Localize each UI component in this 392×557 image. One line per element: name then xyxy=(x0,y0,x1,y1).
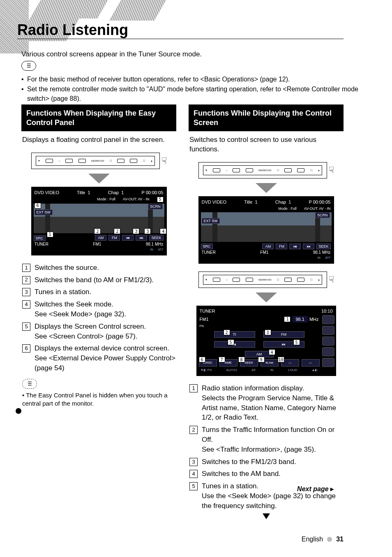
item-number: 2 xyxy=(22,276,30,284)
tuner-control-screenshot: TUNER 10:10 FM1 1 98.1 MHz PS xyxy=(196,306,336,376)
brand-label: KENWOOD xyxy=(258,278,272,281)
band-label: FM1 xyxy=(200,316,209,323)
prev-button[interactable]: ⏮ xyxy=(122,235,134,241)
footer-dot-icon xyxy=(327,537,332,542)
src-button[interactable]: SRC xyxy=(201,244,213,249)
item-number: 5 xyxy=(22,323,30,331)
item-number: 1 xyxy=(189,384,198,392)
band-label: FM1 xyxy=(93,241,101,247)
touch-icon: ☟ xyxy=(329,164,334,176)
control-screenshot-1: DVD VIDEO Title 1 Chap 1 P 00:00:05 Mode… xyxy=(198,196,334,264)
brand-label: KENWOOD xyxy=(91,159,104,162)
callout-1: 1 xyxy=(47,232,53,237)
continue-arrow-icon xyxy=(263,513,270,519)
callout-10: 10 xyxy=(278,357,284,362)
item-number: 5 xyxy=(189,482,198,490)
fm-button[interactable]: FM xyxy=(276,244,287,249)
seek-button[interactable]: SEEK xyxy=(316,244,330,249)
dvd-label: DVD VIDEO xyxy=(35,190,60,196)
extsw-button[interactable]: EXT SW xyxy=(35,209,53,215)
faceplate-illustration: ▼○ KENWOOD ☐☐▲ ☟ xyxy=(198,270,334,289)
soft-blank[interactable]: — xyxy=(302,359,320,367)
seek-button[interactable]: SEEK xyxy=(149,235,163,241)
callout-8: 8 xyxy=(238,357,245,362)
prev-button[interactable]: ⏮ xyxy=(289,244,301,249)
item-text: Switches the Seek mode. See <Seek Mode> … xyxy=(35,299,175,319)
item-text: Switches the band (to AM or FM1/2/3). xyxy=(35,275,175,285)
item-text: Switches to the AM band. xyxy=(202,469,343,479)
arrow-down-icon xyxy=(256,183,277,193)
page-title: Radio Listening xyxy=(17,21,133,39)
touch-icon: ☟ xyxy=(329,274,334,286)
right-heading: Functions While Displaying the Control S… xyxy=(189,104,344,131)
item-number: 1 xyxy=(22,264,30,272)
callout-6: 6 xyxy=(35,203,41,209)
scrn-button[interactable]: SCRN xyxy=(315,212,330,218)
callout-3: 3 xyxy=(133,228,139,234)
touch-icon: ☟ xyxy=(161,155,167,167)
side-dot-icon xyxy=(16,408,21,414)
callout-7: 7 xyxy=(219,357,225,362)
title-rule xyxy=(17,39,344,39)
callout-6: 6 xyxy=(199,357,205,362)
freq-unit: MHz xyxy=(309,316,319,323)
tuner-title: TUNER xyxy=(200,308,215,314)
note-item: For the basic method of receiver button … xyxy=(21,75,363,84)
video-preview: EXT SW SCRN xyxy=(201,212,332,242)
note-item: Set the remote controller mode switch to… xyxy=(21,85,363,103)
callout-5: 5 xyxy=(293,339,300,345)
prev-tune-button[interactable]: ⏮ xyxy=(214,341,255,348)
item-text: Tunes in a station. xyxy=(35,287,175,297)
item-number: 3 xyxy=(22,288,30,296)
fm-button[interactable]: FM xyxy=(108,235,120,241)
scrn-button[interactable]: SCRN xyxy=(148,204,163,209)
item-number: 3 xyxy=(189,458,198,466)
item-number: 4 xyxy=(22,300,30,309)
callout-9: 9 xyxy=(258,357,265,362)
footer-language: English xyxy=(302,536,323,543)
play-time: P 00:00:05 xyxy=(141,190,163,196)
item-text: Displays the external device control scr… xyxy=(35,343,175,373)
freq-value: 98.1 xyxy=(292,316,307,323)
faceplate-illustration: ▼○ KENWOOD ☐☐▲ ☟ xyxy=(198,161,334,180)
ti-button[interactable]: TI xyxy=(214,331,255,338)
hint-text: The Easy Control Panel is hidden when yo… xyxy=(22,391,174,408)
note-icon: ☰ xyxy=(21,61,36,71)
next-page-label: Next page xyxy=(297,485,334,494)
freq-label: 98.1 MHz xyxy=(146,241,164,247)
src-button[interactable]: SRC xyxy=(34,235,46,241)
item-number: 6 xyxy=(22,344,30,353)
brand-label: KENWOOD xyxy=(258,169,272,172)
callout-3: 3 xyxy=(265,330,271,335)
am-button[interactable]: AM xyxy=(262,244,274,249)
side-icons xyxy=(321,315,334,374)
arrow-down-icon xyxy=(88,174,110,183)
callout-2: 2 xyxy=(114,228,120,234)
callout-5: 5 xyxy=(157,197,164,202)
right-column: Functions While Displaying the Control S… xyxy=(189,104,344,519)
intro-text: Various control screens appear in the Tu… xyxy=(21,50,202,58)
callout-1: 1 xyxy=(284,316,291,322)
page-number: 31 xyxy=(336,536,344,543)
item-text: Radio station information display. Selec… xyxy=(202,383,343,422)
callout-4: 4 xyxy=(160,228,166,234)
page-footer: English 31 xyxy=(302,536,344,543)
item-number: 4 xyxy=(189,470,198,478)
callout-2: 2 xyxy=(94,228,101,234)
next-button[interactable]: ⏭ xyxy=(136,235,147,241)
arrow-down-icon xyxy=(256,292,277,302)
extsw-button[interactable]: EXT SW xyxy=(202,218,220,224)
hint-icon: ☰ xyxy=(22,379,37,389)
am-button[interactable]: AM xyxy=(95,235,106,241)
callout-3: 3 xyxy=(144,228,151,234)
left-heading: Functions When Displaying the Easy Contr… xyxy=(21,104,176,131)
faceplate-illustration: ▼○ KENWOOD ☐☐▲ ☟ xyxy=(31,151,167,170)
right-description: Switches to control screen to use variou… xyxy=(189,135,343,154)
tuner-label: TUNER xyxy=(35,241,48,247)
left-description: Displays a floating control panel in the… xyxy=(22,135,175,145)
left-item-list: 1Switches the source. 2Switches the band… xyxy=(22,263,175,373)
item-text: Turns the Traffic Information function O… xyxy=(202,425,343,454)
left-column: Functions When Displaying the Easy Contr… xyxy=(21,104,176,519)
item-text: Switches the source. xyxy=(35,263,175,273)
next-button[interactable]: ⏭ xyxy=(303,244,314,249)
